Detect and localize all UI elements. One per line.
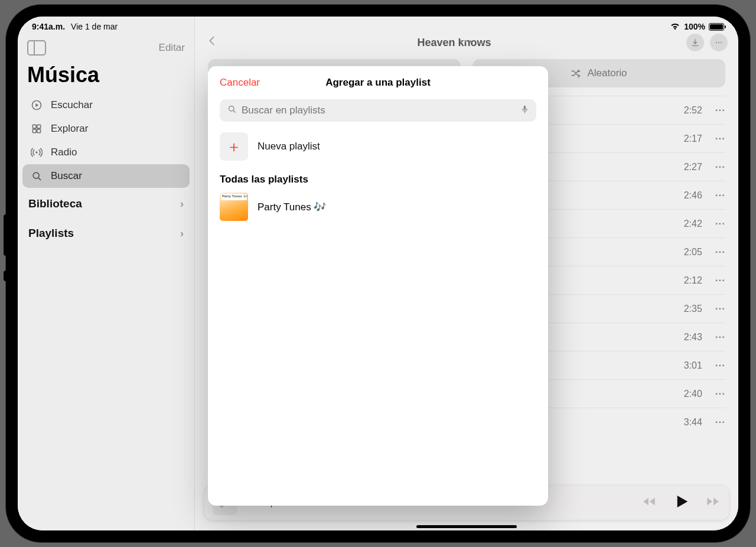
svg-rect-4 [37,129,41,133]
search-icon [227,104,237,117]
status-date: Vie 1 de mar [71,22,118,31]
sidebar-item-label: Escuchar [51,99,93,111]
ipad-device-frame: Editar Música Escuchar Explorar [6,5,750,542]
plus-icon: ＋ [220,132,248,161]
grid-icon [31,123,43,135]
svg-rect-3 [32,129,36,133]
playlist-search-field[interactable] [220,99,536,122]
forward-icon[interactable] [705,494,721,512]
sidebar-section-label: Biblioteca [28,197,82,210]
svg-rect-11 [524,105,526,110]
playlist-search-input[interactable] [242,105,516,116]
sheet-title: Agregar a una playlist [325,77,431,89]
playlist-row[interactable]: Party Tunes 🎶 Party Tunes 🎶 [208,190,548,223]
new-playlist-label: Nueva playlist [258,141,320,152]
radio-icon [31,146,43,158]
all-playlists-header: Todas las playlists [208,170,548,190]
playlist-artwork: Party Tunes 🎶 [220,193,248,221]
play-circle-icon [31,99,43,111]
dictation-icon[interactable] [520,103,529,118]
status-time: 9:41a.m. [32,22,65,31]
sidebar-section-library[interactable]: Biblioteca › [18,188,194,217]
sidebar-title: Música [18,60,194,93]
play-icon[interactable] [672,493,690,513]
new-playlist-button[interactable]: ＋ Nueva playlist [208,130,548,170]
svg-rect-2 [37,125,41,128]
sidebar-item-label: Buscar [51,170,82,182]
sidebar-section-label: Playlists [28,227,74,240]
cancel-button[interactable]: Cancelar [220,77,260,89]
svg-rect-1 [32,125,36,128]
home-indicator[interactable] [416,525,517,528]
sheet-header: Cancelar Agregar a una playlist [208,66,548,99]
volume-button [4,214,7,256]
add-to-playlist-sheet: Cancelar Agregar a una playlist ＋ Nueva … [208,66,548,506]
edit-button[interactable]: Editar [159,42,185,54]
chevron-right-icon: › [180,198,184,210]
sidebar-item-label: Explorar [51,123,88,135]
sidebar-item-search[interactable]: Buscar [22,164,190,188]
status-bar: 9:41a.m. Vie 1 de mar 100% [18,17,738,33]
svg-point-5 [35,151,38,154]
rewind-icon[interactable] [641,494,657,512]
sidebar-item-listen[interactable]: Escuchar [22,93,190,117]
svg-point-6 [33,172,39,178]
sidebar-toggle-icon[interactable] [27,40,46,56]
playlist-name: Party Tunes 🎶 [258,201,326,213]
sidebar-item-radio[interactable]: Radio [22,141,190,164]
sidebar-section-playlists[interactable]: Playlists › [18,217,194,247]
sidebar-item-explore[interactable]: Explorar [22,117,190,141]
svg-point-10 [229,106,234,112]
playlist-art-label: Party Tunes 🎶 [222,194,247,198]
battery-percent: 100% [684,22,705,31]
search-icon [31,170,43,182]
chevron-right-icon: › [180,227,184,240]
sidebar-item-label: Radio [51,146,77,158]
sidebar: Editar Música Escuchar Explorar [18,17,195,530]
battery-icon [709,23,724,31]
wifi-icon [670,22,680,32]
side-button [4,271,7,281]
screen: Editar Música Escuchar Explorar [18,17,738,530]
